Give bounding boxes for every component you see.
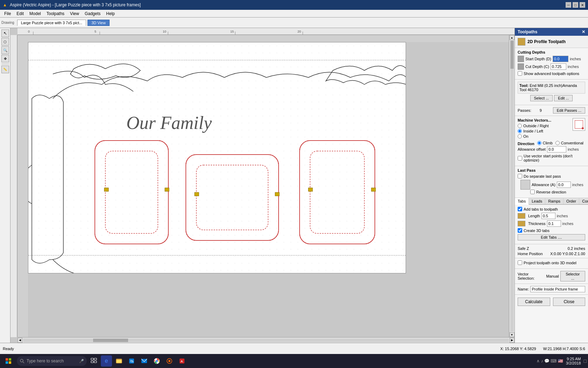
calculate-button[interactable]: Calculate — [518, 298, 550, 306]
name-input[interactable] — [530, 286, 585, 292]
length-input[interactable] — [541, 213, 555, 219]
inside-radio[interactable] — [518, 129, 522, 133]
horizontal-scrollbar[interactable]: ◀ ▶ — [18, 337, 514, 343]
add-tabs-checkbox[interactable] — [518, 207, 522, 211]
thickness-input[interactable] — [547, 220, 561, 227]
svg-rect-28 — [371, 188, 376, 191]
reverse-direction-checkbox[interactable] — [530, 190, 535, 194]
canvas-viewport[interactable]: Our Family — [18, 35, 509, 337]
menu-help[interactable]: Help — [103, 11, 118, 17]
thickness-row: Thickness inches — [518, 220, 585, 227]
taskbar-ie-icon[interactable]: e — [101, 355, 112, 367]
close-panel-button[interactable]: Close — [553, 298, 586, 306]
scrollbar-left-arrow[interactable]: ◀ — [18, 338, 22, 343]
start-depth-input[interactable] — [553, 56, 568, 62]
allowance-input[interactable] — [547, 146, 566, 152]
notification-icon[interactable]: □ — [584, 358, 587, 364]
scrollbar-track-h — [23, 339, 509, 342]
on-radio[interactable] — [518, 134, 522, 138]
edit-tool-button[interactable]: Edit ... — [554, 95, 573, 101]
panel-title: Toolpaths — [518, 29, 537, 34]
climb-radio[interactable] — [537, 141, 541, 145]
menu-file[interactable]: File — [1, 11, 14, 17]
view-3d-button[interactable]: 3D View — [88, 20, 110, 26]
taskbar-chrome-icon[interactable] — [151, 355, 162, 367]
scrollbar-right-arrow[interactable]: ▶ — [510, 338, 514, 343]
outside-radio[interactable] — [518, 124, 522, 128]
machine-vectors-options: Machine Vectors... Outside / Right Insid… — [518, 118, 573, 139]
close-button[interactable]: ✕ — [580, 2, 585, 8]
task-view-icon[interactable] — [88, 355, 99, 367]
title-controls[interactable]: ─ □ ✕ — [566, 2, 585, 8]
edit-passes-button[interactable]: Edit Passes ... — [553, 107, 585, 114]
svg-rect-29 — [6, 358, 8, 361]
menu-edit[interactable]: Edit — [14, 11, 27, 17]
create-3d-tabs-checkbox[interactable] — [518, 228, 522, 233]
tool-select[interactable]: ↖ — [1, 29, 9, 37]
edit-tabs-button[interactable]: Edit Tabs .... — [518, 234, 585, 240]
scrollbar-up-arrow[interactable]: ▲ — [510, 35, 514, 40]
svg-text:15: 15 — [230, 30, 234, 33]
tool-node[interactable]: ⬡ — [1, 38, 9, 46]
advanced-options-checkbox[interactable] — [518, 71, 522, 76]
clock[interactable]: 9:25 AM 3/2/2018 — [566, 357, 581, 365]
menu-view[interactable]: View — [67, 11, 82, 17]
right-panel: Toolpaths ✕ 2D Profile Toolpath Cutting … — [514, 28, 588, 343]
length-row: Length inches — [518, 213, 585, 219]
tab-corners[interactable]: Corners — [579, 198, 588, 204]
start-depth-row: Start Depth (D) inches — [518, 56, 585, 62]
taskbar-store-icon[interactable]: 🛍 — [126, 355, 137, 367]
select-tool-button[interactable]: Select ... — [530, 95, 553, 101]
scrollbar-thumb-v[interactable] — [510, 41, 514, 69]
menu-toolpaths[interactable]: Toolpaths — [44, 11, 67, 17]
cut-depth-label: Cut Depth (C) — [525, 64, 549, 69]
passes-value: 9 — [540, 108, 542, 113]
conventional-radio[interactable] — [555, 141, 560, 145]
search-bar[interactable]: Type here to search 🎤 — [17, 356, 87, 366]
allowance-a-input[interactable] — [557, 182, 571, 188]
separate-last-pass-checkbox[interactable] — [518, 174, 522, 178]
taskbar-cortana-icon[interactable] — [164, 355, 175, 367]
selector-button[interactable]: Selector ... — [560, 271, 585, 281]
file-tab[interactable]: Large Puzzle piece with 3 7x5 pict... — [17, 20, 86, 26]
taskbar-app-icon[interactable]: A — [176, 355, 188, 367]
menu-model[interactable]: Model — [27, 11, 44, 17]
maximize-button[interactable]: □ — [573, 2, 578, 8]
action-buttons: Calculate Close — [515, 295, 588, 309]
length-label: Length — [528, 214, 540, 218]
tab-tabs[interactable]: Tabs — [515, 198, 529, 205]
status-text: Ready — [3, 347, 14, 351]
taskbar-mail-icon[interactable] — [139, 355, 150, 367]
tool-measure[interactable]: 📏 — [1, 66, 9, 73]
start-button[interactable] — [1, 354, 15, 368]
advanced-options-row: Show advanced toolpath options — [518, 71, 585, 76]
scrollbar-track-v — [510, 41, 514, 332]
reverse-direction-row: Reverse direction — [518, 190, 585, 194]
thickness-label: Thickness — [528, 222, 546, 226]
canvas-inner: Our Family — [10, 35, 514, 337]
vector-start-label: Use vector start points (don't optimize) — [524, 154, 585, 162]
tab-leads[interactable]: Leads — [529, 198, 545, 204]
taskbar-explorer-icon[interactable] — [113, 355, 125, 367]
panel-close-icon[interactable]: ✕ — [582, 29, 585, 34]
climb-label: Climb — [543, 141, 553, 145]
project-toolpath-checkbox[interactable] — [518, 260, 522, 265]
date-display: 3/2/2018 — [566, 361, 581, 365]
taskbar-right: ∧ ♪ 💬 ⌨ 🇺🇸 9:25 AM 3/2/2018 □ — [537, 357, 587, 365]
tab-ramps[interactable]: Ramps — [545, 198, 564, 204]
project-toolpath-label: Project toolpath onto 3D model — [524, 261, 576, 265]
vertical-scrollbar[interactable]: ▲ ▼ — [509, 35, 514, 337]
cut-depth-input[interactable] — [551, 63, 566, 70]
tab-order[interactable]: Order — [564, 198, 579, 204]
conventional-label: Conventional — [561, 141, 583, 145]
toolbar: Drawing Large Puzzle piece with 3 7x5 pi… — [0, 18, 588, 28]
microphone-icon[interactable]: 🎤 — [79, 359, 84, 363]
svg-rect-20 — [196, 165, 268, 230]
scrollbar-down-arrow[interactable]: ▼ — [510, 332, 514, 337]
scrollbar-thumb-h[interactable] — [93, 339, 128, 342]
tool-zoom[interactable]: 🔍 — [1, 46, 9, 54]
menu-gadgets[interactable]: Gadgets — [82, 11, 103, 17]
tool-pan[interactable]: ✥ — [1, 55, 9, 62]
minimize-button[interactable]: ─ — [566, 2, 571, 8]
vector-start-checkbox[interactable] — [518, 156, 522, 161]
